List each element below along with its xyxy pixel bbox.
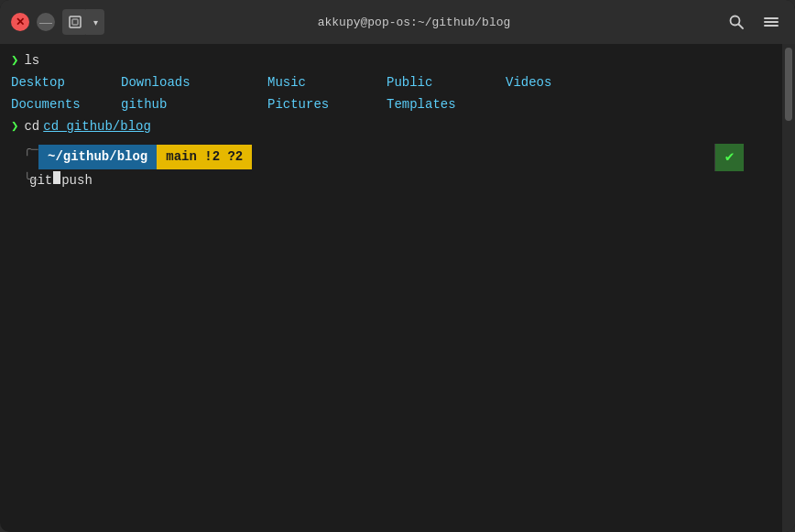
search-button[interactable] — [724, 9, 749, 35]
prompt-path: ~/github/blog — [38, 145, 157, 169]
ls-item-downloads: Downloads — [121, 72, 267, 92]
window-title: akkupy@pop-os:~/github/blog — [104, 16, 724, 29]
minimize-button[interactable]: — — [37, 13, 55, 31]
cd-command-line: ❯ cd cd github/blog — [11, 117, 771, 136]
ls-output-row2: Documents github Pictures Templates — [11, 94, 771, 114]
window-controls: ✕ — ▾ — [11, 9, 104, 35]
git-cursor — [53, 171, 60, 184]
svg-rect-1 — [72, 19, 78, 25]
prompt-arrow-1: ❯ — [11, 51, 18, 71]
ls-item-desktop: Desktop — [11, 72, 121, 92]
titlebar-actions — [724, 9, 784, 35]
maximize-group: ▾ — [62, 9, 104, 35]
prompt-arrow-2: ❯ — [11, 117, 18, 136]
cd-text: cd — [24, 117, 39, 136]
prompt-branch: main !2 ?2 — [157, 145, 252, 169]
menu-button[interactable] — [758, 9, 784, 35]
corner-bottom-left: ╰─ — [24, 171, 38, 190]
ls-item-videos: Videos — [506, 72, 615, 92]
ls-output-row1: Desktop Downloads Music Public Videos — [11, 72, 771, 92]
titlebar: ✕ — ▾ akkupy@pop-os:~/github/blog — [0, 0, 795, 44]
corner-top-left: ╭─ — [24, 144, 38, 156]
prompt-bar-container: ╭─ ~/github/blog main !2 ?2 ✔ — [11, 144, 771, 171]
ls-item-github: github — [121, 94, 267, 114]
git-command: push — [61, 171, 93, 190]
maximize-button[interactable] — [62, 9, 88, 35]
prompt-check: ✔ — [714, 144, 744, 171]
ls-item-public: Public — [387, 72, 506, 92]
svg-rect-0 — [70, 16, 81, 27]
prompt-path-bold: blog — [117, 149, 148, 164]
maximize-dropdown-button[interactable]: ▾ — [86, 9, 104, 35]
ls-command-text: ls — [24, 51, 39, 71]
close-button[interactable]: ✕ — [11, 13, 29, 31]
scrollbar-track[interactable] — [782, 44, 795, 532]
terminal-window: ✕ — ▾ akkupy@pop-os:~/github/blog — [0, 0, 795, 532]
ls-item-empty — [506, 94, 615, 114]
ls-item-music: Music — [267, 72, 387, 92]
scrollbar-thumb[interactable] — [785, 48, 792, 121]
git-push-line: git push — [11, 171, 771, 190]
ls-item-pictures: Pictures — [267, 94, 387, 114]
svg-line-3 — [739, 25, 744, 29]
ls-item-documents: Documents — [11, 94, 121, 114]
prompt-bar: ~/github/blog main !2 ?2 ✔ — [38, 144, 744, 171]
ls-command-line: ❯ ls — [11, 51, 771, 71]
cd-path: cd github/blog — [43, 117, 151, 136]
terminal-content[interactable]: ❯ ls Desktop Downloads Music Public Vide… — [0, 44, 782, 532]
terminal-area: ❯ ls Desktop Downloads Music Public Vide… — [0, 44, 795, 532]
git-line-container: ╰─ git push — [11, 171, 771, 190]
ls-item-templates: Templates — [387, 94, 506, 114]
